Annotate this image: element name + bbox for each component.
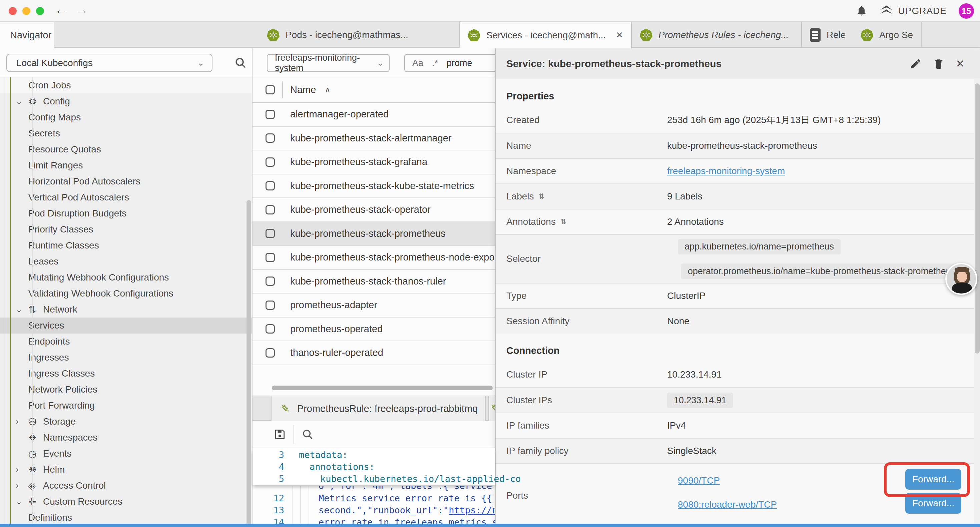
- sidebar-item[interactable]: Cron Jobs: [0, 77, 252, 93]
- select-all-checkbox[interactable]: [266, 85, 275, 94]
- sidebar-item[interactable]: Network Policies: [0, 382, 252, 398]
- sidebar-item[interactable]: Ingresses: [0, 350, 252, 366]
- sidebar-item[interactable]: › ⛁ Storage: [0, 414, 252, 430]
- detail-row-selector: Selector app.kubernetes.io/name=promethe…: [496, 234, 975, 283]
- chevron-icon[interactable]: ⌄: [16, 305, 29, 314]
- save-icon[interactable]: [274, 428, 286, 441]
- row-checkbox[interactable]: [266, 110, 275, 119]
- row-checkbox[interactable]: [266, 324, 275, 334]
- cluster-tab[interactable]: Release Notes: [802, 22, 853, 48]
- sidebar-item[interactable]: Endpoints: [0, 334, 252, 350]
- cluster-tab[interactable]: Services - icecheng@math... ✕: [460, 22, 632, 48]
- back-arrow-icon[interactable]: ←: [55, 3, 67, 17]
- cluster-tab[interactable]: Argo Se: [853, 22, 922, 48]
- row-checkbox[interactable]: [266, 301, 275, 310]
- table-row[interactable]: thanos-ruler-operated: [253, 341, 495, 365]
- table-row[interactable]: kube-prometheus-stack-kube-state-metrics: [253, 174, 495, 199]
- detail-scrollbar-thumb[interactable]: [975, 83, 980, 353]
- navigator-tab[interactable]: Navigator: [0, 22, 54, 48]
- row-checkbox[interactable]: [266, 134, 275, 143]
- name-column-header[interactable]: Name: [290, 84, 316, 96]
- sidebar-item[interactable]: ⌄ ✜ Custom Resources: [0, 494, 252, 509]
- expand-toggle-icon[interactable]: ⇅: [560, 218, 566, 226]
- table-row[interactable]: kube-prometheus-stack-grafana: [253, 150, 495, 174]
- row-checkbox[interactable]: [266, 277, 275, 286]
- sidebar-item[interactable]: Validating Webhook Configurations: [0, 285, 252, 301]
- upgrade-button[interactable]: UPGRADE: [880, 5, 947, 17]
- window-close-button[interactable]: [9, 7, 17, 15]
- list-search-input[interactable]: Aa .* prome: [404, 54, 495, 72]
- sidebar-item[interactable]: ⌄ ⚙ Config: [0, 93, 252, 110]
- sidebar-item[interactable]: ❖ Namespaces: [0, 430, 252, 446]
- table-row[interactable]: kube-prometheus-stack-prometheus-node-ex…: [253, 246, 495, 270]
- sidebar-item[interactable]: Mutating Webhook Configurations: [0, 269, 252, 285]
- cluster-tab[interactable]: Pods - icecheng@mathmas...: [259, 22, 460, 48]
- chevron-icon[interactable]: ›: [16, 417, 29, 426]
- service-name: kube-prometheus-stack-operator: [290, 204, 431, 215]
- sidebar-item[interactable]: Runtime Classes: [0, 237, 252, 253]
- row-checkbox[interactable]: [266, 158, 275, 167]
- sidebar-item[interactable]: Definitions: [0, 509, 252, 525]
- port-link-9090[interactable]: 9090/TCP: [678, 475, 720, 486]
- sidebar-item[interactable]: › ◈ Access Control: [0, 478, 252, 494]
- editor-tab-partial[interactable]: ✎: [488, 396, 495, 421]
- sidebar-item[interactable]: Pod Disruption Budgets: [0, 205, 252, 221]
- match-case-icon[interactable]: Aa: [412, 58, 423, 68]
- window-zoom-button[interactable]: [36, 7, 44, 15]
- bell-icon[interactable]: [856, 5, 868, 17]
- regex-icon[interactable]: .*: [432, 58, 438, 68]
- sidebar-item[interactable]: Priority Classes: [0, 221, 252, 237]
- sidebar-item[interactable]: Leases: [0, 253, 252, 269]
- sidebar-item[interactable]: Port Forwarding: [0, 398, 252, 414]
- close-icon[interactable]: ✕: [616, 30, 623, 40]
- sidebar-item[interactable]: Resource Quotas: [0, 142, 252, 158]
- row-checkbox[interactable]: [266, 181, 275, 191]
- table-row[interactable]: prometheus-adapter: [253, 293, 495, 318]
- search-icon[interactable]: [234, 56, 247, 69]
- forward-arrow-icon[interactable]: →: [75, 3, 88, 17]
- notification-badge[interactable]: 15: [959, 3, 974, 19]
- window-minimize-button[interactable]: [22, 7, 30, 15]
- port-link-8080[interactable]: 8080:reloader-web/TCP: [678, 499, 777, 510]
- row-checkbox[interactable]: [266, 253, 275, 262]
- sidebar-item[interactable]: ◷ Events: [0, 446, 252, 462]
- yaml-editor[interactable]: o","for":"4m","labels":{"service":" 12 M…: [253, 447, 495, 524]
- chevron-icon[interactable]: ⌄: [16, 497, 29, 506]
- user-avatar[interactable]: [945, 263, 977, 295]
- sidebar-item[interactable]: Horizontal Pod Autoscalers: [0, 174, 252, 189]
- kubeconfig-selector[interactable]: Local Kubeconfigs ⌄: [6, 54, 213, 72]
- expand-toggle-icon[interactable]: ⇅: [539, 192, 545, 201]
- horizontal-scrollbar[interactable]: [272, 385, 493, 390]
- table-row[interactable]: kube-prometheus-stack-prometheus: [253, 222, 495, 246]
- cluster-tab[interactable]: Prometheus Rules - icecheng...: [632, 22, 802, 48]
- row-checkbox[interactable]: [266, 348, 275, 358]
- delete-icon[interactable]: [933, 58, 944, 70]
- table-row[interactable]: kube-prometheus-stack-alertmanager: [253, 127, 495, 151]
- table-row[interactable]: alertmanager-operated: [253, 103, 495, 127]
- chevron-icon[interactable]: ›: [16, 465, 29, 474]
- namespace-filter-dropdown[interactable]: freeleaps-monitoring-system ⌄: [267, 54, 390, 72]
- table-row[interactable]: kube-prometheus-stack-thanos-ruler: [253, 270, 495, 294]
- close-icon[interactable]: ✕: [956, 57, 965, 70]
- chevron-icon[interactable]: ›: [16, 481, 29, 490]
- row-checkbox[interactable]: [266, 229, 275, 238]
- row-checkbox[interactable]: [266, 205, 275, 215]
- sidebar-item[interactable]: Config Maps: [0, 110, 252, 126]
- sidebar-item[interactable]: Secrets: [0, 126, 252, 142]
- sidebar-item[interactable]: Ingress Classes: [0, 366, 252, 382]
- editor-line-3: 3 metadata:: [253, 449, 495, 461]
- editor-search-icon[interactable]: [302, 428, 313, 440]
- chevron-icon[interactable]: ⌄: [16, 97, 29, 106]
- sidebar-scrollbar[interactable]: [247, 200, 251, 527]
- table-row[interactable]: kube-prometheus-stack-operator: [253, 198, 495, 222]
- sidebar-item[interactable]: ⌄ ⇅ Network: [0, 301, 252, 318]
- sidebar-item[interactable]: Services: [0, 318, 252, 334]
- table-row[interactable]: prometheus-operated: [253, 318, 495, 342]
- sort-ascending-icon[interactable]: ∧: [325, 85, 331, 94]
- sidebar-item[interactable]: › ☸ Helm: [0, 462, 252, 478]
- sidebar-item[interactable]: Vertical Pod Autoscalers: [0, 189, 252, 205]
- edit-icon[interactable]: [910, 58, 922, 70]
- namespace-link[interactable]: freeleaps-monitoring-system: [667, 166, 785, 177]
- editor-tab-prometheusrule[interactable]: ✎ PrometheusRule: freeleaps-prod-rabbitm…: [271, 396, 486, 421]
- sidebar-item[interactable]: Limit Ranges: [0, 158, 252, 174]
